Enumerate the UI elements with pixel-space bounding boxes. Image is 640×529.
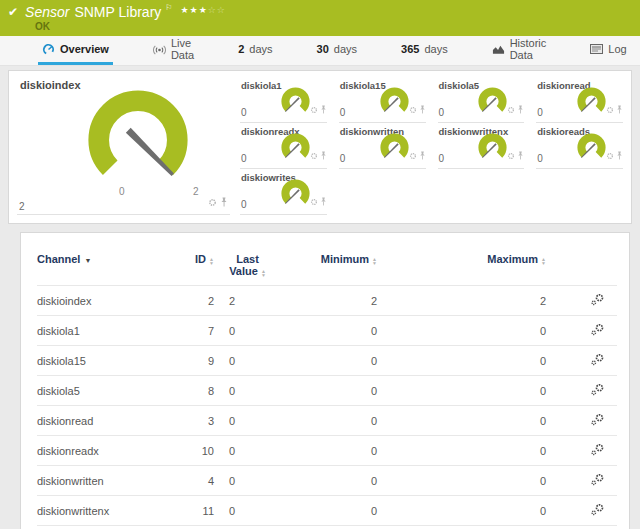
gauge-cell-diskionread[interactable]: diskionread0 [536,77,623,123]
cell-channel[interactable]: diskionwrittenx [37,496,167,526]
cell-channel[interactable]: diskiola5 [37,376,167,406]
tab-days[interactable]: 30days [313,36,362,65]
column-header-id[interactable]: ID▲▼ [167,239,214,286]
column-header-minimum[interactable]: Minimum▲▼ [309,239,377,286]
cell-id: 3 [167,406,214,436]
table-row: diskiola17000 [37,316,617,346]
gauge-cell-diskiowrites[interactable]: diskiowrites0 [240,169,327,215]
gauge-pin-icon[interactable] [419,146,426,164]
gauge-pin-icon[interactable] [616,100,623,118]
star-filled-icon[interactable]: ★ [180,5,189,15]
flag-icon[interactable]: ⚐ [165,3,172,12]
star-filled-icon[interactable]: ★ [190,5,199,15]
cell-last-value: 0 [214,436,309,466]
channel-settings-icon[interactable] [590,326,605,338]
cell-id: 7 [167,316,214,346]
live-signal-icon [153,43,166,55]
channel-settings-icon[interactable] [590,416,605,428]
gauge-pin-icon[interactable] [419,100,426,118]
tab-overview[interactable]: Overview [38,36,113,65]
gauge-pin-icon[interactable] [320,146,327,164]
tab-number: 365 [401,43,419,55]
tab-days[interactable]: 2days [234,36,276,65]
column-header-last-value[interactable]: Last Value▲▼ [214,239,309,286]
gauge-cell-diskionwritten[interactable]: diskionwritten0 [339,123,426,169]
gauge-pin-icon[interactable] [220,193,228,211]
log-list-icon [590,43,603,55]
cell-maximum: 0 [377,346,546,376]
gauge-pin-icon[interactable] [517,146,524,164]
channel-gauge-value: 0 [241,199,247,210]
tab-label: Overview [60,43,109,55]
cell-maximum: 0 [377,376,546,406]
channel-gauge-value: 0 [439,107,445,118]
channel-settings-icon[interactable] [590,356,605,368]
table-row: diskionwrittenx11000 [37,496,617,526]
status-badge: OK [35,21,632,32]
sensor-title: SNMP Library [74,4,161,20]
gauge-cell-diskiola5[interactable]: diskiola50 [438,77,525,123]
cell-id: 5 [167,526,214,529]
sensor-header-bar: ✔ Sensor SNMP Library ⚐ ★★★☆☆ OK [0,0,640,36]
channel-gauge [376,129,413,166]
tab-historic-data[interactable]: Historic Data [488,36,551,65]
star-filled-icon[interactable]: ★ [199,5,208,15]
channel-gauge [573,129,610,166]
channel-settings-icon[interactable] [590,476,605,488]
tab-live-data[interactable]: Live Data [149,36,198,65]
table-row: diskiola58000 [37,376,617,406]
gauge-pin-icon[interactable] [517,100,524,118]
channel-gauge [277,83,314,120]
table-row: diskioreads5000 [37,526,617,529]
cell-last-value: 0 [214,376,309,406]
channel-settings-icon[interactable] [590,506,605,518]
cell-channel[interactable]: diskionwritten [37,466,167,496]
empty-gauge-cell [438,169,525,215]
gauge-settings-icon[interactable] [409,146,417,164]
main-gauge-cell[interactable]: diskioindex 0 2 2 [17,77,230,215]
gauge-pin-icon[interactable] [320,100,327,118]
gauge-cell-diskionreadx[interactable]: diskionreadx0 [240,123,327,169]
gauge-cell-diskionwrittenx[interactable]: diskionwrittenx0 [438,123,525,169]
cell-last-value: 0 [214,526,309,529]
gauge-settings-icon[interactable] [507,146,515,164]
tab-label: Live Data [171,37,194,61]
channels-panel: Channel▼ ID▲▼ Last Value▲▼ Minimum▲▼ Max… [20,232,630,529]
channel-settings-icon[interactable] [590,296,605,308]
channel-settings-icon[interactable] [590,446,605,458]
gauge-settings-icon[interactable] [606,100,614,118]
gauge-cell-diskiola15[interactable]: diskiola150 [339,77,426,123]
star-empty-icon[interactable]: ☆ [208,5,217,15]
cell-channel[interactable]: diskioreads [37,526,167,529]
cell-channel[interactable]: diskiola15 [37,346,167,376]
gauge-cell-diskiola1[interactable]: diskiola10 [240,77,327,123]
cell-channel[interactable]: diskionread [37,406,167,436]
cell-channel[interactable]: diskioindex [37,286,167,316]
channel-gauge-title: diskiola1 [241,80,282,91]
gauge-settings-icon[interactable] [310,146,318,164]
cell-id: 4 [167,466,214,496]
tab-log[interactable]: Log [586,36,630,65]
gauge-cell-diskioreads[interactable]: diskioreads0 [536,123,623,169]
tab-days[interactable]: 365days [397,36,452,65]
gauge-pin-icon[interactable] [616,146,623,164]
column-header-maximum[interactable]: Maximum▲▼ [377,239,546,286]
gauge-settings-icon[interactable] [310,192,318,210]
cell-channel[interactable]: diskiola1 [37,316,167,346]
column-header-channel[interactable]: Channel▼ [37,239,167,286]
gauge-settings-icon[interactable] [606,146,614,164]
channel-settings-icon[interactable] [590,386,605,398]
cell-maximum: 0 [377,526,546,529]
channel-gauge [573,83,610,120]
star-empty-icon[interactable]: ☆ [217,5,226,15]
cell-channel[interactable]: diskionreadx [37,436,167,466]
gauge-pin-icon[interactable] [320,192,327,210]
channel-gauge [376,83,413,120]
overview-gauge-icon [42,43,55,55]
gauge-settings-icon[interactable] [507,100,515,118]
gauge-settings-icon[interactable] [310,100,318,118]
gauge-settings-icon[interactable] [409,100,417,118]
priority-stars[interactable]: ★★★☆☆ [180,5,225,15]
gauge-settings-icon[interactable] [208,193,217,211]
sort-icon: ▲▼ [372,257,377,265]
